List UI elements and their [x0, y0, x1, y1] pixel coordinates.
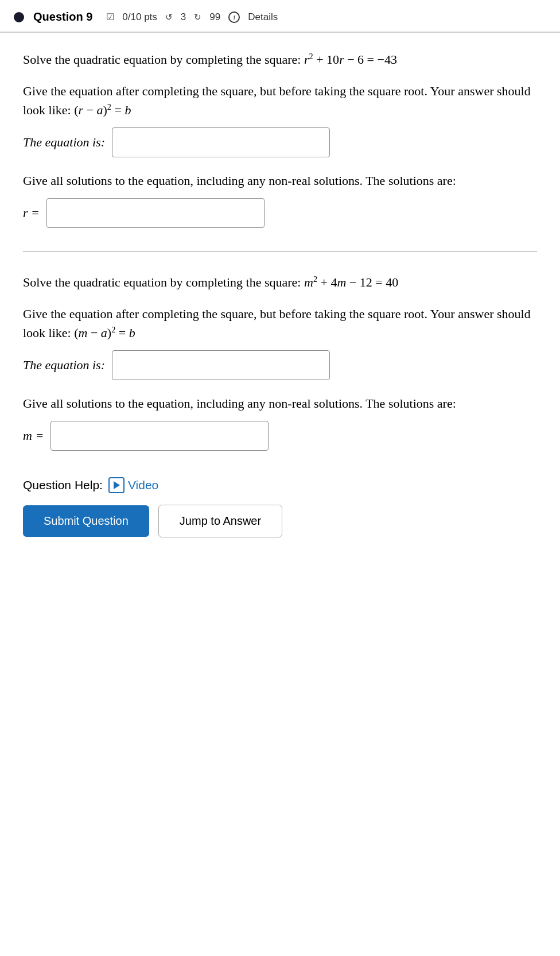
- undo-count: 3: [181, 11, 186, 23]
- problem2-solution-row: m =: [23, 421, 537, 451]
- jump-to-answer-button[interactable]: Jump to Answer: [158, 505, 282, 537]
- problem2-solution-input[interactable]: [50, 421, 269, 451]
- question-body: Solve the quadratic equation by completi…: [0, 33, 560, 451]
- problem2-sub1-text: Give the equation after completing the s…: [23, 304, 537, 342]
- question-footer: Question Help: Video Submit Question Jum…: [0, 467, 560, 555]
- problem1-sub2-text: Give all solutions to the equation, incl…: [23, 171, 537, 190]
- undo-icon[interactable]: ↺: [165, 12, 173, 22]
- problem1-solution-row: r =: [23, 198, 537, 228]
- problem2-equation-label: The equation is:: [23, 358, 105, 373]
- checkmark-icon: ☑: [106, 11, 114, 22]
- problem1-equation-label: The equation is:: [23, 135, 105, 150]
- buttons-row: Submit Question Jump to Answer: [23, 505, 537, 537]
- pts-label: 0/10 pts: [122, 11, 157, 23]
- video-play-icon: [108, 477, 125, 493]
- info-icon[interactable]: i: [228, 11, 240, 23]
- problem2-equation-input[interactable]: [112, 350, 330, 380]
- video-link[interactable]: Video: [108, 477, 158, 493]
- section-divider: [23, 251, 537, 252]
- problem2-sub2: Give all solutions to the equation, incl…: [23, 394, 537, 451]
- problem2-sub2-text: Give all solutions to the equation, incl…: [23, 394, 537, 413]
- redo-icon[interactable]: ↻: [194, 12, 201, 22]
- problem2-section: Solve the quadratic equation by completi…: [23, 273, 537, 451]
- question-help-label: Question Help:: [23, 478, 103, 492]
- problem2-sub1: Give the equation after completing the s…: [23, 304, 537, 380]
- problem1-equation-row: The equation is:: [23, 127, 537, 157]
- problem1-equation-input[interactable]: [112, 127, 330, 157]
- video-label: Video: [128, 478, 158, 492]
- problem1-section: Solve the quadratic equation by completi…: [23, 50, 537, 228]
- play-triangle: [114, 481, 120, 489]
- problem1-sub1-text: Give the equation after completing the s…: [23, 82, 537, 119]
- question-header: Question 9 ☑ 0/10 pts ↺ 3 ↻ 99 i Details: [0, 0, 560, 33]
- header-meta: ☑ 0/10 pts ↺ 3 ↻ 99 i Details: [106, 11, 278, 23]
- problem1-sub2: Give all solutions to the equation, incl…: [23, 171, 537, 228]
- problem1-solution-input[interactable]: [46, 198, 265, 228]
- details-label[interactable]: Details: [248, 11, 278, 23]
- question-help-row: Question Help: Video: [23, 477, 537, 493]
- page-container: Question 9 ☑ 0/10 pts ↺ 3 ↻ 99 i Details…: [0, 0, 560, 956]
- problem2-equation-row: The equation is:: [23, 350, 537, 380]
- problem1-solution-label: r =: [23, 206, 40, 220]
- submit-question-button[interactable]: Submit Question: [23, 505, 149, 537]
- problem1-intro: Solve the quadratic equation by completi…: [23, 50, 537, 69]
- problem2-solution-label: m =: [23, 428, 44, 443]
- problem1-sub1: Give the equation after completing the s…: [23, 82, 537, 157]
- problem2-intro: Solve the quadratic equation by completi…: [23, 273, 537, 292]
- question-title: Question 9: [33, 10, 92, 24]
- question-dot: [14, 12, 24, 22]
- redo-count: 99: [209, 11, 220, 23]
